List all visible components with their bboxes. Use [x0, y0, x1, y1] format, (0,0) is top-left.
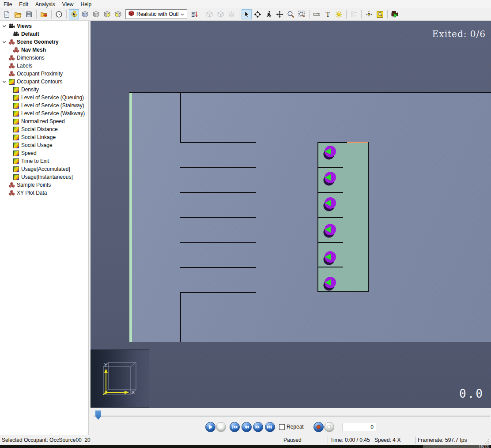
point-axes-button[interactable]	[364, 9, 374, 19]
tree-item-label: Usage[Accumulated]	[21, 166, 70, 172]
tree-item-occupant-contours[interactable]: Occupant Contours	[0, 78, 88, 86]
tree-item-xy-plot-data[interactable]: XY Plot Data	[0, 189, 88, 197]
tree-item-normalized-speed[interactable]: Normalized Speed	[0, 117, 88, 125]
resize-grip-icon[interactable]	[484, 439, 490, 444]
repeat-checkbox[interactable]	[279, 424, 285, 430]
import-results-button[interactable]	[39, 9, 49, 19]
tree-item-level-of-service-queuing[interactable]: Level of Service (Queuing)	[0, 94, 88, 102]
orbit-button[interactable]	[253, 9, 263, 19]
pan-button[interactable]	[275, 9, 285, 19]
open-file-button[interactable]	[13, 9, 23, 19]
timeline-slider-track[interactable]	[94, 415, 490, 417]
tree-item-sample-points[interactable]: Sample Points	[0, 181, 88, 189]
tree-item-views[interactable]: Views	[0, 22, 88, 30]
tree-item-label: Social Linkage	[21, 134, 56, 140]
chevron-down-icon	[6, 87, 12, 92]
text-label-icon: T	[324, 11, 332, 18]
ghost-cube-button[interactable]	[215, 9, 226, 19]
clock-button[interactable]	[54, 9, 64, 19]
tree-item-label: Usage[Instantaneous]	[21, 174, 73, 180]
toolbar-separator	[36, 10, 37, 19]
measure-ruler-button[interactable]	[312, 9, 322, 19]
tree-item-social-usage[interactable]: Social Usage	[0, 141, 88, 149]
viewport-3d[interactable]: Exited: 0/6 Y X 0.	[91, 21, 491, 408]
frame-number-input[interactable]	[343, 423, 376, 431]
tree-item-time-to-exit[interactable]: Time to Exit	[0, 157, 88, 165]
tree-item-usage-instantaneous[interactable]: Usage[Instantaneous]	[0, 173, 88, 181]
tree-item-label: Default	[21, 31, 39, 37]
skip-end-button[interactable]	[265, 422, 275, 432]
tree-item-density[interactable]: Density	[0, 86, 88, 94]
tree-item-nav-mesh[interactable]: Nav Mesh	[0, 46, 88, 54]
time-display: 0.0	[459, 387, 484, 400]
rewind-button[interactable]	[242, 422, 252, 432]
tree-item-labels[interactable]: Labels	[0, 62, 88, 70]
tree-item-speed[interactable]: Speed	[0, 149, 88, 157]
cube-gray-button[interactable]	[91, 9, 101, 19]
zoom-region-button[interactable]	[297, 9, 307, 19]
tree-item-dimensions[interactable]: Dimensions	[0, 54, 88, 62]
sun-light-button[interactable]	[334, 9, 344, 19]
occupant-2[interactable]	[323, 171, 337, 187]
zoom-button[interactable]	[286, 9, 296, 19]
chevron-down-icon[interactable]	[2, 79, 8, 84]
tree-item-label: Level of Service (Queuing)	[21, 94, 84, 101]
layer-sort-button[interactable]	[189, 9, 200, 19]
occupant-6[interactable]	[323, 276, 337, 292]
tree-item-social-linkage[interactable]: Social Linkage	[0, 133, 88, 141]
toolbar-separator	[239, 10, 239, 19]
chevron-down-icon[interactable]	[2, 23, 8, 29]
zoom-window-icon	[376, 11, 384, 18]
record-movie-button[interactable]	[390, 9, 400, 19]
play-button[interactable]	[205, 422, 215, 432]
repeat-checkbox-label: Repeat	[287, 424, 304, 430]
menu-edit[interactable]: Edit	[15, 0, 32, 8]
timeline-slider-thumb[interactable]	[95, 410, 101, 420]
playback-controls: Repeat	[91, 408, 491, 435]
occupant-1[interactable]	[323, 145, 337, 161]
tree-item-default[interactable]: Default	[0, 30, 88, 38]
tree-item-occupant-proximity[interactable]: Occupant Proximity	[0, 70, 88, 78]
occupant-4[interactable]	[323, 223, 337, 239]
tree-item-level-of-service-walkway[interactable]: Level of Service (Walkway)	[0, 109, 88, 117]
room-divider	[317, 217, 343, 218]
wireframe-cube-button[interactable]	[204, 9, 215, 19]
menu-analysis[interactable]: Analysis	[32, 0, 59, 8]
select-objects-button[interactable]	[69, 9, 79, 19]
contour-icon	[13, 102, 19, 109]
chevron-down-icon[interactable]	[2, 39, 8, 45]
cube-copy-button[interactable]	[80, 9, 90, 19]
occupant-5[interactable]	[323, 250, 337, 266]
tree-item-scene-geometry[interactable]: Scene Geometry	[0, 38, 88, 46]
chevron-down-icon	[6, 158, 12, 164]
zoom-window-button[interactable]	[375, 9, 385, 19]
tree-item-social-distance[interactable]: Social Distance	[0, 125, 88, 133]
scene-light-icon	[228, 11, 235, 18]
orbit-icon	[254, 11, 261, 18]
new-file-button[interactable]	[2, 9, 12, 19]
wall-segment	[180, 142, 256, 143]
occupant-3[interactable]	[323, 196, 337, 212]
tree-item-label: XY Plot Data	[17, 190, 47, 196]
sun-light-icon	[335, 11, 343, 18]
display-mode-dropdown[interactable]: Realistic with Outl	[125, 9, 187, 19]
menu-file[interactable]: File	[0, 0, 15, 8]
checklist-button[interactable]	[349, 9, 359, 19]
stop-button[interactable]	[216, 422, 226, 432]
cube-yellow-side-button[interactable]	[113, 9, 123, 19]
text-label-button[interactable]: T	[323, 9, 333, 19]
save-file-button[interactable]	[24, 9, 34, 19]
scene-light-button[interactable]	[227, 9, 237, 19]
skip-start-button[interactable]	[230, 422, 240, 432]
walk-through-button[interactable]	[264, 9, 274, 19]
contour-icon	[13, 118, 19, 125]
record-button[interactable]	[313, 422, 324, 432]
pointer-button[interactable]	[242, 9, 252, 19]
tree-item-usage-accumulated[interactable]: Usage[Accumulated]	[0, 165, 88, 173]
menu-view[interactable]: View	[59, 0, 77, 8]
tree-item-level-of-service-stairway[interactable]: Level of Service (Stairway)	[0, 102, 88, 109]
fast-forward-button[interactable]	[253, 422, 263, 432]
cube-yellow-face-button[interactable]	[102, 9, 112, 19]
menu-help[interactable]: Help	[77, 0, 95, 8]
record-stop-button[interactable]	[324, 422, 334, 432]
